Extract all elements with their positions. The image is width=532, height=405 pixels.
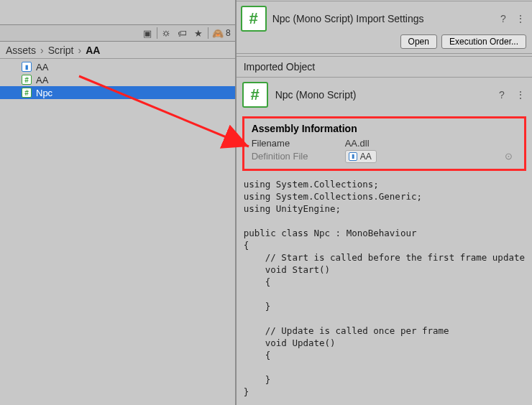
breadcrumb-current[interactable]: AA	[86, 45, 100, 56]
hidden-items-count: 8	[226, 28, 231, 38]
csharp-script-icon: #	[22, 88, 32, 98]
help-icon[interactable]: ?	[497, 13, 509, 24]
filename-value: AA.dll	[345, 137, 370, 150]
chevron-right-icon: ›	[78, 45, 81, 56]
save-scene-icon[interactable]: ▣	[139, 27, 155, 39]
tree-item-label: AA	[36, 75, 48, 85]
help-icon[interactable]: ?	[496, 89, 508, 101]
imported-object-header: # Npc (Mono Script) ? ⋮	[237, 78, 532, 112]
breadcrumb-item[interactable]: Script	[48, 45, 74, 56]
assembly-info-heading: Assembly Information	[252, 123, 517, 134]
assembly-information-box: Assembly Information Filename AA.dll Def…	[242, 116, 526, 171]
tree-item-label: Npc	[36, 88, 52, 98]
imported-object-heading: Imported Object	[237, 57, 532, 78]
project-top-spacer	[0, 0, 235, 24]
account-icon[interactable]: ⛭	[159, 27, 175, 39]
project-toolbar: ▣ ⛭ 🏷 ★ 🙈 8	[0, 24, 235, 42]
definition-file-label: Definition File	[252, 150, 345, 163]
tree-item[interactable]: # AA	[0, 73, 235, 86]
inspector-header: # Npc (Mono Script) Import Settings ? ⋮ …	[237, 1, 532, 54]
project-tree: ▮ AA # AA # Npc	[0, 59, 235, 405]
favorite-star-icon[interactable]: ★	[191, 27, 206, 39]
filename-label: Filename	[252, 137, 345, 150]
asmdef-icon: ▮	[22, 62, 32, 72]
csharp-script-icon: #	[22, 75, 32, 85]
inspector-title: Npc (Mono Script) Import Settings	[272, 13, 492, 24]
kebab-menu-icon[interactable]: ⋮	[515, 13, 526, 24]
definition-file-object-field[interactable]: ▮ AA	[345, 150, 377, 163]
tree-item-selected[interactable]: # Npc	[0, 86, 235, 99]
toolbar-divider	[208, 27, 208, 39]
tree-item[interactable]: ▮ AA	[0, 60, 235, 73]
breadcrumb-item[interactable]: Assets	[6, 45, 36, 56]
csharp-script-icon: #	[241, 6, 267, 32]
visibility-off-icon[interactable]: 🙈	[210, 27, 226, 39]
execution-order-button[interactable]: Execution Order...	[441, 34, 526, 49]
tag-icon[interactable]: 🏷	[175, 27, 191, 39]
assembly-filename-row: Filename AA.dll	[252, 137, 517, 150]
definition-file-value: AA	[360, 150, 372, 163]
open-button[interactable]: Open	[400, 34, 437, 49]
asmdef-icon: ▮	[349, 152, 357, 161]
tree-item-label: AA	[36, 62, 48, 73]
breadcrumb: Assets › Script › AA	[0, 42, 235, 59]
imported-object-title: Npc (Mono Script)	[275, 89, 489, 101]
chevron-right-icon: ›	[40, 45, 44, 56]
toolbar-divider	[157, 27, 157, 39]
object-picker-icon[interactable]: ⊙	[505, 150, 517, 163]
script-preview: using System.Collections; using System.C…	[237, 175, 532, 405]
csharp-script-icon: #	[242, 82, 268, 108]
kebab-menu-icon[interactable]: ⋮	[515, 89, 526, 101]
assembly-deffile-row: Definition File ▮ AA ⊙	[252, 150, 517, 163]
